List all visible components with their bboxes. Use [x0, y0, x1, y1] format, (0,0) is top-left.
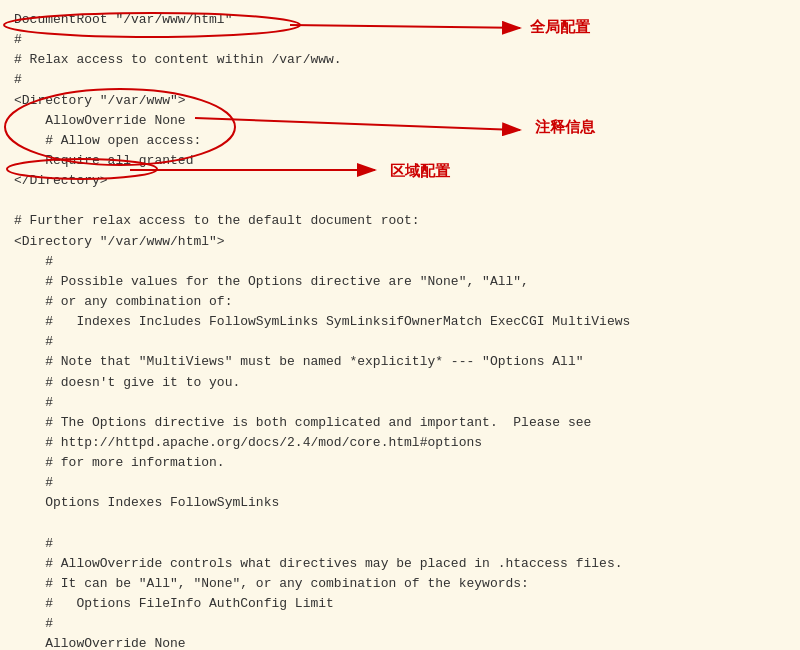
code-line: [14, 191, 786, 211]
annotation-global-config: 全局配置: [530, 18, 590, 37]
code-line: # Options FileInfo AuthConfig Limit: [14, 594, 786, 614]
code-line: <Directory "/var/www">: [14, 91, 786, 111]
code-line: # or any combination of:: [14, 292, 786, 312]
code-line: # The Options directive is both complica…: [14, 413, 786, 433]
code-line: AllowOverride None: [14, 634, 786, 650]
code-line: #: [14, 393, 786, 413]
code-line: #: [14, 252, 786, 272]
code-line: #: [14, 534, 786, 554]
annotation-comment-info: 注释信息: [535, 118, 595, 137]
code-line: #: [14, 30, 786, 50]
code-line: <Directory "/var/www/html">: [14, 232, 786, 252]
code-line: # Further relax access to the default do…: [14, 211, 786, 231]
code-line: #: [14, 614, 786, 634]
code-line: #: [14, 473, 786, 493]
code-line: # It can be "All", "None", or any combin…: [14, 574, 786, 594]
code-line: #: [14, 332, 786, 352]
code-line: [14, 514, 786, 534]
code-line: # Allow open access:: [14, 131, 786, 151]
code-line: # doesn't give it to you.: [14, 373, 786, 393]
code-line: # Possible values for the Options direct…: [14, 272, 786, 292]
annotation-region-config: 区域配置: [390, 162, 450, 181]
code-line: # http://httpd.apache.org/docs/2.4/mod/c…: [14, 433, 786, 453]
code-line: # Note that "MultiViews" must be named *…: [14, 352, 786, 372]
code-line: DocumentRoot "/var/www/html": [14, 10, 786, 30]
code-line: # Relax access to content within /var/ww…: [14, 50, 786, 70]
code-line: AllowOverride None: [14, 111, 786, 131]
code-line: # Indexes Includes FollowSymLinks SymLin…: [14, 312, 786, 332]
code-line: # AllowOverride controls what directives…: [14, 554, 786, 574]
code-line: # for more information.: [14, 453, 786, 473]
code-display: DocumentRoot "/var/www/html"## Relax acc…: [0, 0, 800, 650]
code-line: Options Indexes FollowSymLinks: [14, 493, 786, 513]
code-line: #: [14, 70, 786, 90]
